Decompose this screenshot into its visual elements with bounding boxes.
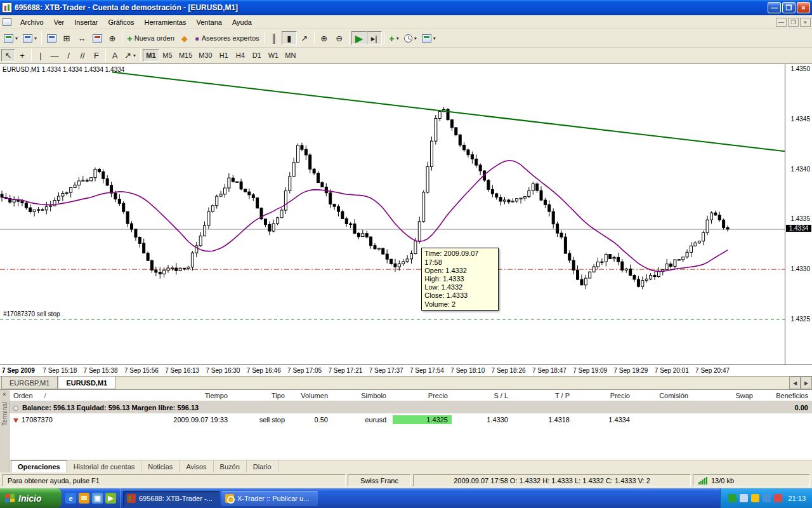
column-sl[interactable]: S / L (452, 392, 512, 399)
chart-tab-eurgbp[interactable]: EURGBP,M1 (1, 377, 58, 389)
profiles-button[interactable]: ▾ (20, 31, 39, 45)
network-icon[interactable] (740, 494, 748, 502)
timeframe-mn-button[interactable]: MN (282, 49, 299, 62)
tab-noticias[interactable]: Noticias (141, 460, 180, 472)
menu-archivo[interactable]: Archivo (15, 17, 49, 28)
tab-scroll-right-button[interactable]: ▶ (801, 377, 812, 389)
cursor-tool-button[interactable]: ↖ (1, 49, 15, 62)
timeframe-w1-button[interactable]: W1 (265, 49, 282, 62)
terminal-close-icon[interactable]: × (1, 390, 9, 398)
mdi-restore-button[interactable]: ❐ (788, 18, 799, 27)
indicators-button[interactable]: +▾ (386, 31, 402, 45)
close-button[interactable]: × (797, 2, 810, 13)
time-axis[interactable]: 7 Sep 20097 Sep 15:187 Sep 15:387 Sep 15… (0, 364, 812, 376)
timeframe-h1-button[interactable]: H1 (216, 49, 232, 62)
template-icon (422, 34, 431, 43)
new-chart-button[interactable]: ▾ (1, 31, 20, 45)
expert-advisors-button[interactable]: ●Asesores expertos (192, 31, 262, 45)
chart-shift-button[interactable]: ▸| (367, 31, 382, 45)
column-tiempo[interactable]: Tiempo (82, 392, 232, 399)
terminal-panel-button[interactable] (89, 31, 105, 45)
bar-chart-button[interactable]: ║ (266, 31, 282, 45)
crosshair-tool-button[interactable]: + (15, 49, 29, 62)
volume-icon[interactable] (751, 494, 759, 502)
tab-operaciones[interactable]: Operaciones (11, 460, 67, 472)
column-precio[interactable]: Precio (390, 392, 452, 399)
timeframe-h4-button[interactable]: H4 (232, 49, 249, 62)
show-desktop-icon[interactable]: ▣ (92, 493, 103, 504)
data-window-button[interactable]: ⊞ (59, 31, 74, 45)
fibonacci-button[interactable]: F (89, 49, 103, 62)
mdi-minimize-button[interactable]: — (776, 18, 787, 27)
order-price-highlight: 1.4325 (393, 415, 452, 424)
market-watch-button[interactable] (44, 31, 59, 45)
menu-insertar[interactable]: Insertar (69, 17, 103, 28)
trendline-button[interactable]: / (62, 49, 75, 62)
timeframe-m30-button[interactable]: M30 (195, 49, 215, 62)
column-orden[interactable]: Orden/ (10, 392, 82, 399)
timeframe-m1-button[interactable]: M1 (143, 49, 159, 62)
timeframe-m5-button[interactable]: M5 (159, 49, 176, 62)
timeframe-d1-button[interactable]: D1 (249, 49, 265, 62)
task-x-trader-web[interactable]: X-Trader :: Publicar u... (221, 491, 318, 506)
mail-icon[interactable]: ✉ (79, 493, 89, 504)
zoom-in-button[interactable]: ⊕ (317, 31, 332, 45)
menu-herramientas[interactable]: Herramientas (139, 17, 191, 28)
menu-ventana[interactable]: Ventana (192, 17, 227, 28)
column-tp[interactable]: T / P (512, 392, 573, 399)
vertical-line-button[interactable]: | (34, 49, 48, 62)
antivirus-icon[interactable] (774, 494, 782, 502)
quick-launch-bar: e ✉ ▣ ▶ (62, 488, 121, 508)
tab-buzon[interactable]: Buzón (214, 460, 247, 472)
time-axis-label: 7 Sep 16:46 (247, 367, 281, 374)
candlestick-chart-button[interactable]: ▮ (282, 31, 297, 45)
order-current-price: 1.4334 (573, 416, 634, 424)
messenger-icon[interactable] (763, 494, 771, 502)
media-player-icon[interactable]: ▶ (105, 493, 116, 504)
arrows-tool-button[interactable]: ↗▾ (122, 49, 138, 62)
start-button[interactable]: Inicio (0, 488, 62, 508)
column-simbolo[interactable]: Simbolo (332, 392, 390, 399)
auto-scroll-button[interactable]: ▶ (351, 31, 367, 45)
task-xtb-trader[interactable]: 695688: XTB-Trader -... (123, 491, 219, 506)
periods-button[interactable]: ▾ (402, 31, 419, 45)
column-swap[interactable]: Swap (692, 392, 757, 399)
minimize-button[interactable]: — (768, 2, 781, 13)
order-row[interactable]: 17087370 2009.09.07 19:33 sell stop 0.50… (10, 413, 812, 426)
column-precio-actual[interactable]: Precio (573, 392, 634, 399)
new-order-button[interactable]: +Nueva orden (124, 31, 177, 45)
tab-diario[interactable]: Diario (247, 460, 278, 472)
zoom-out-button[interactable]: ⊖ (332, 31, 347, 45)
menu-graficos[interactable]: Gráficos (103, 17, 140, 28)
menu-ver[interactable]: Ver (49, 17, 70, 28)
browser-icon[interactable]: e (65, 493, 76, 504)
column-volumen[interactable]: Volumen (289, 392, 332, 399)
menu-ayuda[interactable]: Ayuda (227, 17, 257, 28)
chart-plot-area[interactable]: EURUSD,M1 1.4334 1.4334 1.4334 1.4334 #1… (0, 64, 785, 364)
text-tool-button[interactable]: A (108, 49, 122, 62)
tab-historial[interactable]: Historial de cuentas (67, 460, 142, 472)
status-traffic: 13/0 kb (711, 477, 734, 485)
column-beneficios[interactable]: Beneficios (757, 392, 812, 399)
navigator-button[interactable]: ↔ (74, 31, 89, 45)
line-studies-toolbar: ↖ + | — / // F A ↗▾ M1 M5 M15 M30 H1 H4 … (0, 48, 812, 64)
column-comision[interactable]: Comisión (634, 392, 692, 399)
column-tipo[interactable]: Tipo (232, 392, 289, 399)
task-label: 695688: XTB-Trader -... (139, 495, 213, 502)
timeframe-m15-button[interactable]: M15 (176, 49, 195, 62)
channel-button[interactable]: // (75, 49, 89, 62)
chart-tray-icon[interactable] (728, 494, 737, 502)
mdi-close-button[interactable]: × (800, 18, 811, 27)
line-chart-button[interactable]: ↗ (297, 31, 312, 45)
tooltip-line: Open: 1.4332 (424, 267, 495, 275)
tab-scroll-left-button[interactable]: ◀ (789, 377, 801, 389)
strategy-tester-button[interactable]: ⊕ (105, 31, 120, 45)
price-axis[interactable]: 1.43501.43451.43401.43351.43301.43251.43… (785, 64, 812, 364)
tab-avisos[interactable]: Avisos (180, 460, 213, 472)
templates-button[interactable]: ▾ (419, 31, 438, 45)
chart-tab-eurusd[interactable]: EURUSD,M1 (58, 377, 115, 389)
price-chart-svg (0, 64, 785, 364)
maximize-button[interactable]: ❐ (782, 2, 796, 13)
horizontal-line-button[interactable]: — (48, 49, 62, 62)
metaeditor-button[interactable]: ◆ (177, 31, 192, 45)
